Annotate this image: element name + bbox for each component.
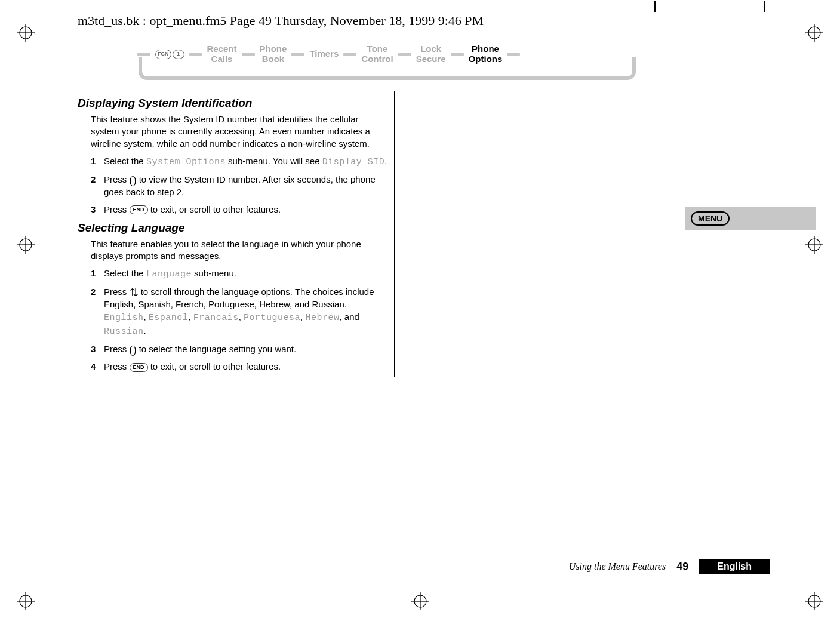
breadcrumb-item-line2: Control	[361, 54, 393, 64]
breadcrumb-item-phone-book: Phone Book	[260, 44, 287, 64]
mono-text: Russian	[104, 327, 144, 337]
breadcrumb-dash-icon	[507, 53, 520, 56]
breadcrumb-dash-icon	[189, 53, 202, 56]
registration-mark-icon	[411, 592, 429, 610]
step-text: Select the	[104, 156, 146, 166]
registration-mark-icon	[805, 592, 823, 610]
mono-text: Hebrew	[305, 313, 339, 323]
section-para-language: This feature enables you to select the l…	[91, 238, 388, 263]
breadcrumb-dash-icon	[451, 53, 464, 56]
mono-text: Portuguesa	[244, 313, 300, 323]
step-text: .	[144, 325, 146, 336]
mono-text: Espanol	[149, 313, 189, 323]
column-divider	[394, 91, 395, 377]
breadcrumb-item-line1: Timers	[309, 49, 339, 59]
section-title-language: Selecting Language	[78, 221, 388, 235]
step-text: , and	[339, 312, 359, 322]
step-text: to view the System ID number. After six …	[104, 174, 376, 197]
crop-rule	[654, 1, 656, 12]
step-text: sub-menu.	[192, 268, 236, 278]
step-text: to exit, or scroll to other features.	[148, 361, 281, 371]
breadcrumb-item-line1: Recent	[207, 44, 237, 54]
step-item: Select the System Options sub-menu. You …	[91, 155, 388, 168]
breadcrumb-item-line2: Book	[262, 54, 285, 64]
breadcrumb-item-line1: Lock	[420, 44, 441, 54]
step-item: Press () to view the System ID number. A…	[91, 173, 388, 198]
breadcrumb-item-line1: Phone	[260, 44, 287, 54]
breadcrumb-item-timers: Timers	[309, 49, 339, 59]
steps-system-id: Select the System Options sub-menu. You …	[91, 155, 388, 216]
mono-text: Display SID	[322, 157, 385, 167]
breadcrumb-item-line2: Options	[469, 54, 503, 64]
registration-mark-icon	[805, 24, 823, 42]
step-text: Press	[104, 287, 130, 297]
end-key-icon: END	[130, 363, 148, 372]
select-key-icon: ()	[130, 176, 137, 184]
step-text: Press	[104, 361, 130, 371]
mono-text: System Options	[146, 157, 226, 167]
side-tab-menu: MENU	[685, 207, 816, 230]
registration-mark-icon	[805, 236, 823, 254]
menu-tab-pill: MENU	[691, 211, 730, 226]
breadcrumb-item-line2: Secure	[416, 54, 446, 64]
step-text: Press	[104, 174, 130, 184]
breadcrumb-item-tone-control: Tone Control	[361, 44, 393, 64]
registration-mark-icon	[17, 236, 35, 254]
mono-text: English	[104, 313, 144, 323]
steps-language: Select the Language sub-menu. Press ⇅ to…	[91, 267, 388, 373]
page-number: 49	[676, 561, 688, 573]
step-item: Press () to select the language setting …	[91, 343, 388, 355]
footer-section-title: Using the Menu Features	[569, 561, 666, 572]
breadcrumb-item-phone-options: Phone Options	[469, 44, 503, 64]
step-item: Press ⇅ to scroll through the language o…	[91, 285, 388, 338]
breadcrumb-dash-icon	[242, 53, 255, 56]
breadcrumb-item-lock-secure: Lock Secure	[416, 44, 446, 64]
mono-text: Francais	[193, 313, 239, 323]
step-text: Press	[104, 344, 130, 354]
step-text: Press	[104, 204, 130, 214]
registration-mark-icon	[17, 24, 35, 42]
step-item: Select the Language sub-menu.	[91, 267, 388, 281]
fcn-key-icon: FCN	[155, 50, 171, 59]
step-text: .	[384, 156, 387, 166]
step-text: sub-menu. You will see	[226, 156, 322, 166]
registration-mark-icon	[17, 592, 35, 610]
one-key-icon: 1	[173, 50, 184, 59]
select-key-icon: ()	[130, 346, 137, 354]
step-item: Press END to exit, or scroll to other fe…	[91, 360, 388, 373]
mono-text: Language	[146, 269, 192, 279]
end-key-icon: END	[130, 205, 148, 214]
breadcrumb-item-line1: Tone	[367, 44, 388, 54]
main-content: Displaying System Identification This fe…	[78, 91, 388, 377]
document-path-header: m3td_us.bk : opt_menu.fm5 Page 49 Thursd…	[78, 13, 484, 29]
section-title-system-id: Displaying System Identification	[78, 97, 388, 110]
breadcrumb-item-line2: Calls	[211, 54, 233, 64]
breadcrumb-dash-icon	[137, 53, 150, 56]
step-item: Press END to exit, or scroll to other fe…	[91, 203, 388, 216]
breadcrumb-dash-icon	[343, 53, 356, 56]
step-text: to select the language setting you want.	[137, 344, 297, 354]
breadcrumb-dash-icon	[398, 53, 411, 56]
breadcrumb-dash-icon	[291, 53, 304, 56]
crop-rule	[764, 1, 765, 12]
step-text: Select the	[104, 268, 146, 278]
page-footer: Using the Menu Features 49 English	[0, 559, 840, 574]
breadcrumb-menu-bar: FCN 1 Recent Calls Phone Book Timers Ton…	[137, 44, 639, 85]
step-text: to exit, or scroll to other features.	[148, 204, 281, 214]
breadcrumb-start-keys: FCN 1	[155, 50, 184, 59]
breadcrumb-item-line1: Phone	[472, 44, 499, 54]
scroll-key-icon: ⇅	[130, 288, 139, 297]
section-para-system-id: This feature shows the System ID number …	[91, 113, 388, 150]
breadcrumb-item-recent-calls: Recent Calls	[207, 44, 237, 64]
language-badge: English	[699, 559, 770, 574]
step-text: to scroll through the language options. …	[104, 287, 374, 309]
